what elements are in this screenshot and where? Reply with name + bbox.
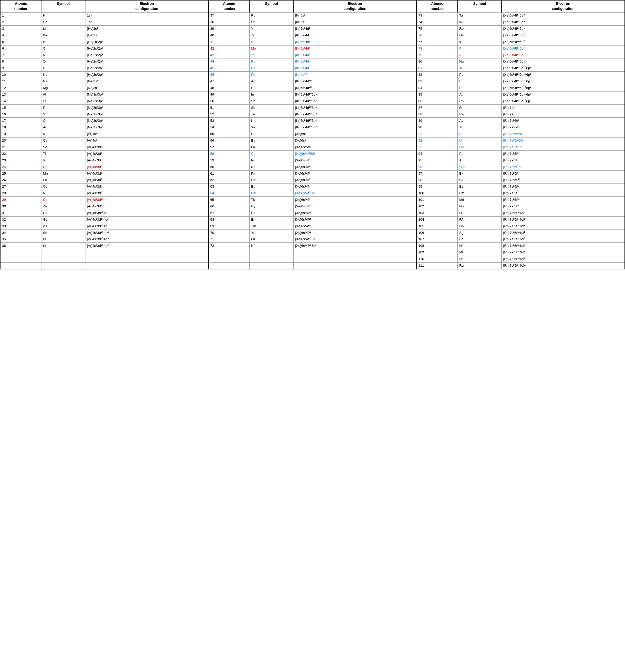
symbol-2: Ba — [250, 138, 294, 144]
conf-3: [Xe]6s²4f¹⁴5d¹⁰6p³ — [502, 78, 625, 85]
atomic-num-1: 36 — [0, 243, 41, 249]
col-header-atomic-2: Atomicnumber — [209, 0, 250, 12]
conf-2: [Kr]5s²4d² — [294, 32, 416, 39]
table-row: 25 Mn [Ar]4s²3d⁵ 61 Pm [Xe]6s²4f⁵ 97 Bk … — [0, 170, 625, 177]
table-row: 32 Ge [Ar]4s²3d¹⁰4p² 68 Er [Xe]6s²4f¹² 1… — [0, 216, 625, 223]
table-row: 20 Ca [Ar]4s² 56 Ba [Xe]6s² 92 U [Rn]7s²… — [0, 138, 625, 144]
table-row: 21 Sc [Ar]4s²3d¹ 57 La [Xe]6s²5d¹ 93 Np … — [0, 144, 625, 151]
conf-3: [Rn]7s²5f¹³ — [502, 197, 625, 203]
conf-2: [Kr]5s²4d⁵ — [294, 52, 416, 58]
conf-2: [Kr]5s²4d¹⁰5p¹ — [294, 91, 416, 98]
symbol-2 — [250, 263, 294, 269]
table-row: 28 Ni [Ar]4s²3d⁸ 64 Gd [Xe]6s²4f⁷5d¹ 100… — [0, 190, 625, 197]
conf-2: [Kr]5s¹4d⁴ — [294, 39, 416, 45]
col-header-symbol-2: Symbol — [250, 0, 294, 12]
symbol-2: Ru — [250, 58, 294, 65]
symbol-1: As — [41, 223, 85, 230]
symbol-3: Am — [458, 157, 502, 164]
conf-2: [Kr]5s¹4d⁵ — [294, 45, 416, 52]
atomic-num-1: 1 — [0, 12, 41, 19]
conf-2 — [294, 256, 416, 263]
atomic-num-1: 10 — [0, 72, 41, 78]
symbol-1: Ni — [41, 190, 85, 197]
atomic-num-3: 75 — [416, 25, 458, 32]
conf-1: [Ar]4s²3d³ — [85, 157, 208, 164]
conf-1: [Ne]3s²3p² — [85, 98, 208, 104]
table-row: 35 Br [Ar]4s²3d¹⁰4p⁵ 71 Lu [Xe]6s²4f¹⁴5d… — [0, 236, 625, 243]
conf-1: [Ar]4s²3d¹ — [85, 144, 208, 151]
conf-1: [Ar]4s²3d⁸ — [85, 190, 208, 197]
atomic-num-2: 66 — [209, 203, 250, 210]
atomic-num-1: 7 — [0, 52, 41, 58]
conf-3: [Rn]7s²5f¹⁴6d⁷ — [502, 249, 625, 256]
symbol-1 — [41, 249, 85, 256]
atomic-num-3: 81 — [416, 65, 458, 72]
conf-2: [Xe]6s²4f³ — [294, 157, 416, 164]
conf-2: [Xe]6s²4f⁵ — [294, 170, 416, 177]
atomic-num-1: 12 — [0, 85, 41, 91]
conf-3: [Rn]7s²5f⁹ — [502, 170, 625, 177]
atomic-num-1 — [0, 249, 41, 256]
table-row: 11 Na [Ne]3s¹ 47 Ag [Kr]5s¹4d¹⁰ 83 Bi [X… — [0, 78, 625, 85]
symbol-2: Rh — [250, 65, 294, 72]
atomic-num-2 — [209, 249, 250, 256]
col-header-symbol-3: Symbol — [458, 0, 502, 12]
atomic-num-1: 16 — [0, 111, 41, 118]
conf-3: [Xe]6s²4f¹⁴5d¹⁰ — [502, 58, 625, 65]
conf-1: [Ar]4s¹3d⁵ — [85, 164, 208, 170]
atomic-num-2: 52 — [209, 111, 250, 118]
symbol-3: Bh — [458, 236, 502, 243]
atomic-num-1: 29 — [0, 197, 41, 203]
conf-1: [Ne]3s²3p⁵ — [85, 118, 208, 124]
atomic-num-1: 21 — [0, 144, 41, 151]
header-row: Atomicnumber Symbol Electronconfiguratio… — [0, 0, 625, 12]
symbol-3: Np — [458, 144, 502, 151]
symbol-1: Se — [41, 230, 85, 236]
atomic-num-3: 73 — [416, 12, 458, 19]
conf-2: [Kr]5s²4d¹⁰5p⁴ — [294, 111, 416, 118]
atomic-num-3: 95 — [416, 157, 458, 164]
atomic-num-3: 85 — [416, 91, 458, 98]
conf-3: [Rn]7s²5f²6d¹ — [502, 131, 625, 138]
symbol-3: Pt — [458, 45, 502, 52]
table-row: 12 Mg [Ne]3s² 48 Cd [Kr]5s²4d¹⁰ 84 Po [X… — [0, 85, 625, 91]
symbol-1: N — [41, 52, 85, 58]
symbol-3: Rn — [458, 98, 502, 104]
symbol-2: Ho — [250, 210, 294, 216]
symbol-3: Ds — [458, 256, 502, 263]
conf-3: [Rn]7s² — [502, 111, 625, 118]
atomic-num-1: 20 — [0, 138, 41, 144]
atomic-num-2: 49 — [209, 91, 250, 98]
atomic-num-1: 9 — [0, 65, 41, 72]
atomic-num-1: 34 — [0, 230, 41, 236]
symbol-2: Cd — [250, 85, 294, 91]
conf-3: [Xe]6s²4f¹⁴5d⁴ — [502, 19, 625, 26]
atomic-num-3: 102 — [416, 203, 458, 210]
atomic-num-3: 80 — [416, 58, 458, 65]
atomic-num-2: 65 — [209, 197, 250, 203]
atomic-num-1: 30 — [0, 203, 41, 210]
symbol-2: Xe — [250, 124, 294, 131]
atomic-num-3: 99 — [416, 184, 458, 190]
symbol-3: Pb — [458, 72, 502, 78]
atomic-num-3: 110 — [416, 256, 458, 263]
symbol-3: Tl — [458, 65, 502, 72]
table-row: 6 C [He]2s²2p² 42 Mo [Kr]5s¹4d⁵ 78 Pt [X… — [0, 45, 625, 52]
conf-3: [Rn]7s²6d² — [502, 124, 625, 131]
conf-1: [Ar]4s²3d¹⁰4p¹ — [85, 210, 208, 216]
atomic-num-2 — [209, 263, 250, 269]
table-row: 109 Mt [Rn]7s²5f¹⁴6d⁷ — [0, 249, 625, 256]
symbol-1: Be — [41, 32, 85, 39]
atomic-num-2: 61 — [209, 170, 250, 177]
conf-2: [Kr]5s¹4d¹⁰ — [294, 78, 416, 85]
atomic-num-2: 64 — [209, 190, 250, 197]
atomic-num-1: 24 — [0, 164, 41, 170]
atomic-num-3: 103 — [416, 210, 458, 216]
atomic-num-1: 19 — [0, 131, 41, 138]
symbol-3: W — [458, 19, 502, 26]
atomic-num-2: 63 — [209, 184, 250, 190]
symbol-1: Cu — [41, 197, 85, 203]
conf-2: [Kr]5s¹4d⁷ — [294, 58, 416, 65]
atomic-num-2: 47 — [209, 78, 250, 85]
symbol-1: Na — [41, 78, 85, 85]
